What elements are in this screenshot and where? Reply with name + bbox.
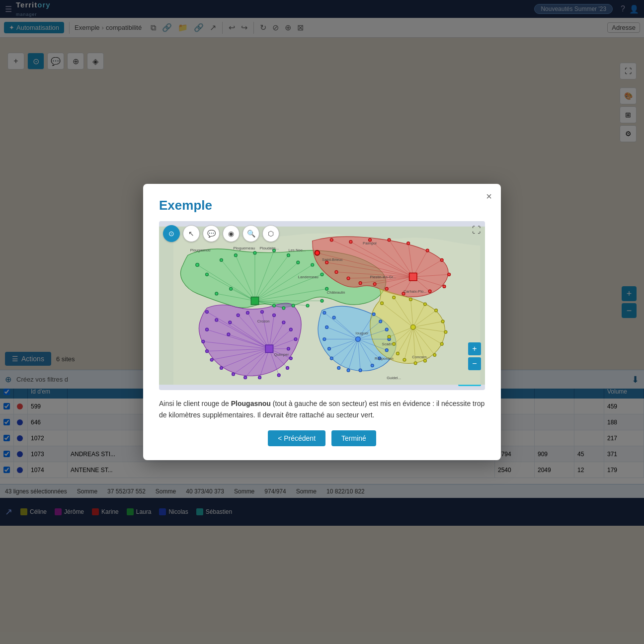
svg-text:Les Noc...: Les Noc... [288, 248, 306, 252]
svg-point-170 [325, 326, 328, 329]
svg-text:Rosporden: Rosporden [375, 356, 394, 361]
modal-layers-btn[interactable]: ⬡ [262, 225, 279, 242]
svg-point-129 [407, 242, 410, 245]
svg-point-115 [321, 273, 323, 276]
svg-text:Concarn...: Concarn... [412, 355, 430, 359]
svg-point-139 [347, 277, 350, 280]
modal-description: Ainsi le client rouge de Plougasnou (tou… [159, 398, 485, 420]
svg-point-112 [287, 254, 290, 257]
highlight-plougasnou: Plougasnou [231, 400, 271, 407]
modal-overlay[interactable]: × Exemple ⊙ ↖ 💬 ◉ 🔍 ⬡ ⛶ + − 20 km [0, 0, 644, 644]
svg-point-187 [409, 298, 412, 301]
svg-point-186 [393, 296, 396, 299]
modal-cursor-btn[interactable]: ⊙ [163, 225, 180, 242]
prev-button[interactable]: < Précédent [268, 430, 325, 446]
svg-point-125 [330, 239, 333, 242]
svg-point-131 [440, 259, 443, 262]
svg-point-159 [289, 328, 292, 331]
modal-map-right-controls: + − [468, 342, 481, 370]
svg-point-119 [292, 304, 295, 307]
svg-point-182 [379, 320, 382, 323]
svg-point-107 [206, 273, 209, 276]
svg-point-154 [277, 374, 280, 377]
modal-arrow-btn[interactable]: ↖ [183, 225, 200, 242]
svg-point-106 [196, 263, 199, 267]
svg-point-155 [286, 367, 289, 370]
modal-close-button[interactable]: × [486, 191, 492, 202]
svg-point-189 [435, 309, 438, 312]
svg-point-117 [321, 300, 323, 303]
svg-point-200 [410, 325, 415, 330]
modal-map-zoom-out[interactable]: − [468, 357, 481, 370]
svg-text:Plestin-les-Gr...: Plestin-les-Gr... [370, 275, 396, 279]
svg-point-146 [206, 328, 209, 331]
svg-point-176 [359, 369, 362, 372]
svg-point-162 [261, 311, 264, 314]
svg-point-123 [215, 292, 218, 295]
done-button[interactable]: Terminé [331, 430, 376, 446]
svg-point-140 [335, 271, 338, 274]
svg-point-150 [220, 367, 223, 370]
svg-point-160 [282, 321, 285, 324]
svg-point-198 [393, 342, 396, 345]
modal-pin-btn[interactable]: ◉ [223, 225, 240, 242]
modal-zoom-btn[interactable]: 🔍 [242, 225, 259, 242]
svg-text:Landerneau: Landerneau [298, 275, 319, 279]
svg-text:Iouguer: Iouguer [356, 331, 369, 335]
svg-point-157 [287, 347, 290, 350]
modal-map[interactable]: ⊙ ↖ 💬 ◉ 🔍 ⬡ ⛶ + − 20 km [159, 221, 485, 390]
modal-footer: < Précédent Terminé [159, 430, 485, 446]
svg-point-137 [373, 283, 376, 286]
svg-text:Ploguerneau: Ploguerneau [234, 246, 255, 250]
svg-point-130 [426, 249, 429, 252]
svg-point-138 [359, 282, 362, 285]
svg-point-169 [332, 316, 335, 319]
svg-point-166 [227, 333, 230, 336]
svg-text:Carhaix-Plo...: Carhaix-Plo... [403, 289, 427, 294]
svg-point-171 [323, 338, 326, 341]
svg-point-144 [206, 311, 209, 314]
svg-point-128 [388, 239, 391, 242]
svg-point-192 [440, 342, 443, 345]
svg-point-179 [385, 349, 388, 352]
svg-point-173 [330, 357, 333, 360]
svg-point-168 [323, 312, 326, 315]
example-modal: × Exemple ⊙ ↖ 💬 ◉ 🔍 ⬡ ⛶ + − 20 km [143, 184, 501, 460]
svg-point-110 [253, 251, 256, 254]
svg-text:Guidel...: Guidel... [387, 376, 401, 380]
svg-point-151 [232, 373, 235, 376]
svg-point-161 [273, 314, 276, 317]
svg-text:Saint-Brieuc: Saint-Brieuc [322, 257, 343, 262]
svg-point-114 [311, 263, 314, 266]
svg-rect-143 [409, 273, 417, 281]
svg-point-183 [372, 313, 375, 316]
svg-point-134 [428, 290, 431, 293]
svg-point-122 [230, 287, 233, 290]
svg-text:Quimper: Quimper [274, 352, 289, 357]
svg-point-191 [444, 330, 447, 333]
svg-point-174 [337, 367, 340, 370]
svg-point-147 [202, 340, 205, 343]
svg-point-190 [441, 320, 444, 323]
modal-map-zoom-in[interactable]: + [468, 342, 481, 355]
svg-point-181 [385, 328, 388, 331]
svg-point-194 [424, 359, 427, 362]
modal-map-expand-btn[interactable]: ⛶ [472, 225, 481, 236]
svg-rect-167 [265, 345, 273, 352]
svg-point-172 [328, 347, 331, 350]
svg-point-153 [258, 376, 261, 379]
svg-text:Paimpol: Paimpol [363, 242, 377, 246]
svg-text:Crozon: Crozon [257, 319, 270, 323]
svg-point-193 [433, 354, 436, 357]
svg-point-142 [315, 250, 320, 255]
svg-point-165 [229, 321, 232, 324]
svg-point-126 [349, 241, 352, 243]
svg-point-175 [347, 369, 350, 372]
svg-point-163 [246, 312, 249, 315]
svg-point-185 [381, 302, 384, 305]
svg-point-197 [397, 352, 400, 355]
svg-point-152 [244, 376, 247, 379]
modal-comment-btn[interactable]: 💬 [203, 225, 220, 242]
svg-point-109 [234, 254, 237, 257]
svg-point-164 [237, 314, 240, 317]
